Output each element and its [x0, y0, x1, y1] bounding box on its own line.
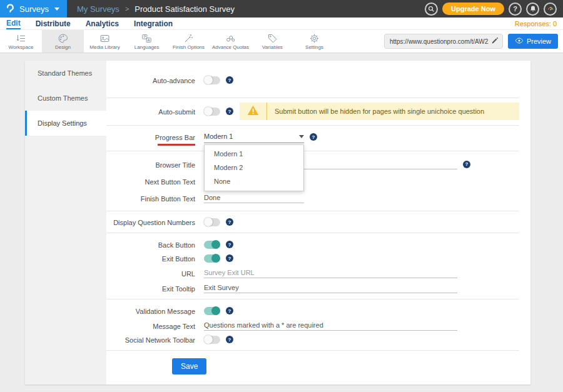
survey-health-gauge-icon[interactable]: [544, 3, 557, 16]
media-image-icon: [99, 33, 110, 44]
progress-bar-selected-value: Modern 1: [204, 133, 299, 140]
product-name: Surveys: [19, 4, 49, 14]
design-palette-icon: [58, 33, 68, 44]
questionpro-logo-block[interactable]: Surveys: [0, 0, 67, 18]
back-button-label: Back Button: [106, 240, 195, 249]
notifications-bell-icon[interactable]: [526, 3, 539, 16]
toolbar-item-languages[interactable]: Languages: [126, 30, 168, 53]
browser-title-label: Browser Title: [106, 159, 195, 169]
validation-message-label: Validation Message: [106, 306, 195, 316]
survey-nav: Edit Distribute Analytics Integration Re…: [0, 18, 563, 30]
design-toolbar: Workspace Design Media Library Languages…: [0, 30, 563, 53]
help-icon[interactable]: ?: [226, 218, 233, 226]
validation-message-toggle[interactable]: [204, 307, 220, 315]
magic-wand-icon: [183, 33, 194, 44]
preview-button[interactable]: Preview: [508, 34, 558, 49]
finish-button-text-input[interactable]: [204, 193, 304, 203]
tag-icon: [267, 33, 278, 44]
nav-tab-distribute[interactable]: Distribute: [36, 19, 71, 29]
help-icon[interactable]: ?: [226, 108, 233, 115]
chevron-down-icon: [299, 135, 304, 138]
sidebar-item-custom-themes[interactable]: Custom Themes: [25, 86, 106, 111]
display-question-numbers-toggle[interactable]: [204, 218, 220, 226]
themes-sidebar: Standard Themes Custom Themes Display Se…: [25, 61, 106, 384]
nav-tab-analytics[interactable]: Analytics: [86, 19, 119, 29]
dropdown-option[interactable]: Modern 1: [205, 147, 303, 161]
exit-url-label: URL: [106, 268, 195, 278]
eye-icon: [515, 38, 524, 45]
warning-text: Submit button will be hidden for pages w…: [275, 108, 484, 115]
chevron-down-icon: [54, 8, 59, 11]
exit-button-label: Exit Button: [106, 254, 195, 263]
languages-translate-icon: [141, 33, 152, 44]
sidebar-item-display-settings[interactable]: Display Settings: [25, 111, 106, 136]
dropdown-option[interactable]: None: [205, 174, 303, 188]
survey-url-text: https://www.questionpro.com/t/AW22Zh44: [390, 38, 489, 45]
workspace-list-icon: [16, 33, 26, 44]
progress-bar-select[interactable]: Modern 1 Modern 1Modern 2None: [204, 133, 304, 143]
nav-tab-edit[interactable]: Edit: [6, 18, 21, 29]
toolbar-item-design[interactable]: Design: [42, 30, 84, 53]
breadcrumb-separator: >: [125, 5, 129, 13]
questionpro-logo-icon: [5, 3, 15, 14]
display-settings-form: Auto-advance ? Auto-submit ?: [106, 61, 530, 384]
message-text-input[interactable]: [204, 320, 457, 331]
toolbar-item-workspace[interactable]: Workspace: [0, 30, 42, 53]
auto-submit-toggle[interactable]: [204, 108, 220, 116]
toolbar-item-finish-options[interactable]: Finish Options: [168, 30, 210, 53]
responses-count[interactable]: Responses: 0: [515, 20, 557, 28]
survey-url-field[interactable]: https://www.questionpro.com/t/AW22Zh44: [384, 34, 503, 49]
help-icon[interactable]: ?: [226, 307, 233, 314]
auto-submit-label: Auto-submit: [106, 103, 195, 116]
progress-bar-dropdown: Modern 1Modern 2None: [204, 144, 304, 191]
display-settings-card: Standard Themes Custom Themes Display Se…: [25, 61, 530, 384]
back-button-toggle[interactable]: [204, 241, 220, 249]
search-icon[interactable]: [425, 3, 438, 16]
nav-tab-integration[interactable]: Integration: [134, 19, 173, 29]
toolbar-item-media-library[interactable]: Media Library: [84, 30, 126, 53]
breadcrumb-parent[interactable]: My Surveys: [77, 4, 119, 14]
finish-button-text-label: Finish Button Text: [106, 193, 195, 203]
auto-advance-toggle[interactable]: [204, 76, 220, 84]
warning-triangle-icon: [247, 105, 259, 118]
exit-tooltip-label: Exit Tooltip: [106, 283, 195, 293]
display-question-numbers-label: Display Question Numbers: [106, 218, 195, 227]
gear-icon: [309, 33, 320, 44]
message-text-label: Message Text: [106, 320, 195, 331]
help-icon[interactable]: ?: [226, 76, 233, 84]
dropdown-option[interactable]: Modern 2: [205, 161, 303, 174]
annotation-underline: [158, 144, 195, 146]
top-bar: Surveys My Surveys > Product Satisfactio…: [0, 0, 563, 18]
social-network-toolbar-label: Social Network Toolbar: [106, 335, 195, 344]
help-icon[interactable]: ?: [226, 336, 233, 343]
help-icon[interactable]: ?: [226, 254, 233, 262]
warning-divider: [266, 103, 267, 120]
exit-button-toggle[interactable]: [204, 254, 220, 263]
help-icon[interactable]: ?: [226, 241, 233, 248]
edit-url-pencil-icon[interactable]: [491, 36, 499, 47]
upgrade-now-button[interactable]: Upgrade Now: [442, 3, 504, 15]
help-icon[interactable]: ?: [509, 3, 522, 16]
toolbar-item-settings[interactable]: Settings: [293, 30, 335, 53]
help-icon[interactable]: ?: [310, 133, 317, 141]
exit-url-input[interactable]: [204, 268, 457, 278]
help-icon[interactable]: ?: [463, 161, 470, 168]
auto-advance-label: Auto-advance: [106, 76, 195, 85]
next-button-text-label: Next Button Text: [106, 176, 195, 186]
toolbar-item-advance-quotas[interactable]: Advance Quotas: [210, 30, 251, 53]
sidebar-item-standard-themes[interactable]: Standard Themes: [25, 61, 106, 86]
save-button[interactable]: Save: [172, 358, 206, 374]
breadcrumb-current: Product Satisfaction Survey: [134, 4, 235, 14]
auto-submit-warning: Submit button will be hidden for pages w…: [240, 103, 519, 120]
breadcrumb: My Surveys > Product Satisfaction Survey: [77, 4, 235, 14]
progress-bar-label: Progress Bar: [106, 133, 195, 146]
exit-tooltip-input[interactable]: [204, 283, 457, 293]
social-network-toolbar-toggle[interactable]: [204, 336, 220, 344]
toolbar-item-variables[interactable]: Variables: [251, 30, 293, 53]
chain-links-icon: [225, 33, 236, 44]
